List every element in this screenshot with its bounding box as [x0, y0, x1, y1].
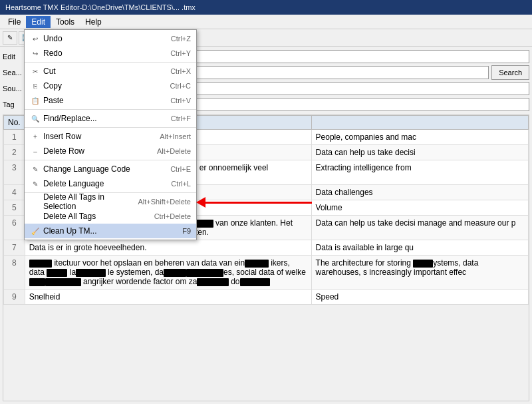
cell-en: Volume — [311, 200, 528, 216]
change-lang-icon: ✎ — [30, 166, 41, 173]
insert-row-shortcut: Alt+Insert — [160, 132, 191, 140]
toolbar-btn-1[interactable]: ✎ — [3, 31, 17, 45]
undo-icon: ↩ — [30, 35, 41, 43]
undo-shortcut: Ctrl+Z — [171, 35, 191, 43]
title-bar: Heartsome TMX Editor-D:\OneDrive\TMs\CLI… — [0, 0, 532, 15]
delete-tags-sel-label: Delete All Tags in Selection — [43, 192, 136, 211]
menu-find-replace[interactable]: 🔍 Find/Replace... Ctrl+F — [25, 111, 196, 126]
cut-icon: ✂ — [30, 68, 41, 75]
cell-en: People, companies and mac — [311, 130, 528, 145]
cleanup-shortcut: F9 — [182, 227, 191, 235]
redo-label: Redo — [43, 49, 168, 58]
delete-row-label: Delete Row — [43, 146, 154, 156]
cell-en: Data is available in large qu — [311, 240, 528, 256]
cell-nl: itectuur voor het opslaan en beheren van… — [25, 256, 311, 290]
cleanup-icon: 🧹 — [30, 228, 41, 235]
delete-all-tags-label: Delete All Tags — [43, 212, 152, 221]
redo-icon: ↪ — [30, 50, 41, 57]
menu-insert-row[interactable]: + Insert Row Alt+Insert — [25, 129, 196, 144]
menu-undo[interactable]: ↩ Undo Ctrl+Z — [25, 31, 196, 46]
cell-num: 8 — [4, 256, 25, 290]
change-lang-label: Change Language Code — [43, 164, 168, 174]
tags-section: Delete All Tags in Selection Alt+Shift+D… — [25, 193, 196, 240]
find-replace-shortcut: Ctrl+F — [171, 114, 191, 122]
delete-lang-shortcut: Ctrl+L — [171, 180, 191, 188]
cell-en: Extracting intelligence from — [311, 160, 528, 185]
clipboard-section: ✂ Cut Ctrl+X ⎘ Copy Ctrl+C 📋 Paste Ctrl+… — [25, 63, 196, 110]
delete-row-shortcut: Alt+Delete — [157, 147, 191, 155]
menu-cut[interactable]: ✂ Cut Ctrl+X — [25, 64, 196, 79]
menu-delete-all-tags[interactable]: Delete All Tags Ctrl+Delete — [25, 209, 196, 224]
menu-file[interactable]: File — [3, 16, 26, 28]
red-arrow-indicator — [196, 197, 312, 208]
menu-delete-tags-selection[interactable]: Delete All Tags in Selection Alt+Shift+D… — [25, 194, 196, 209]
insert-row-label: Insert Row — [43, 132, 157, 141]
undo-label: Undo — [43, 34, 168, 43]
delete-tags-sel-shortcut: Alt+Shift+Delete — [138, 198, 192, 206]
arrow-head — [196, 197, 205, 208]
col-en — [311, 116, 528, 130]
undo-redo-section: ↩ Undo Ctrl+Z ↪ Redo Ctrl+Y — [25, 30, 196, 63]
menu-cleanup-tm[interactable]: 🧹 Clean Up TM... F9 — [25, 224, 196, 238]
cell-num: 4 — [4, 185, 25, 200]
title-text: Heartsome TMX Editor-D:\OneDrive\TMs\CLI… — [5, 3, 196, 11]
cell-num: 3 — [4, 160, 25, 185]
row-section: + Insert Row Alt+Insert – Delete Row Alt… — [25, 128, 196, 160]
cell-num: 7 — [4, 240, 25, 256]
menu-edit[interactable]: Edit — [26, 16, 51, 28]
menu-redo[interactable]: ↪ Redo Ctrl+Y — [25, 46, 196, 61]
cleanup-label: Clean Up TM... — [43, 226, 180, 236]
find-icon: 🔍 — [30, 115, 41, 122]
menu-change-lang[interactable]: ✎ Change Language Code Ctrl+E — [25, 162, 196, 176]
col-no: No. — [4, 116, 25, 130]
insert-row-icon: + — [30, 133, 41, 140]
delete-lang-icon: ✎ — [30, 180, 41, 188]
table-row[interactable]: 9SnelheidSpeed — [4, 290, 529, 305]
cell-en: The architecture for storing ystems, dat… — [311, 256, 528, 290]
paste-label: Paste — [43, 96, 168, 105]
cell-nl: Data is er in grote hoeveelheden. — [25, 240, 311, 256]
language-section: ✎ Change Language Code Ctrl+E ✎ Delete L… — [25, 160, 196, 193]
change-lang-shortcut: Ctrl+E — [170, 165, 191, 173]
find-replace-label: Find/Replace... — [43, 114, 168, 123]
copy-icon: ⎘ — [30, 83, 41, 90]
paste-shortcut: Ctrl+V — [170, 97, 191, 104]
copy-shortcut: Ctrl+C — [170, 82, 191, 90]
edit-dropdown-menu: ↩ Undo Ctrl+Z ↪ Redo Ctrl+Y ✂ Cut Ctrl+X… — [24, 29, 197, 240]
menu-paste[interactable]: 📋 Paste Ctrl+V — [25, 93, 196, 108]
table-row[interactable]: 8 itectuur voor het opslaan en beheren v… — [4, 256, 529, 290]
delete-all-tags-shortcut: Ctrl+Delete — [154, 212, 191, 220]
cell-num: 9 — [4, 290, 25, 305]
delete-row-icon: – — [30, 148, 41, 155]
menu-tools[interactable]: Tools — [51, 16, 80, 28]
cell-en: Data challenges — [311, 185, 528, 200]
copy-label: Copy — [43, 81, 168, 91]
redo-shortcut: Ctrl+Y — [170, 49, 191, 57]
cut-shortcut: Ctrl+X — [170, 67, 191, 75]
search-button[interactable]: Search — [491, 65, 529, 80]
cell-en: Data can help us take decisi — [311, 145, 528, 160]
menu-delete-row[interactable]: – Delete Row Alt+Delete — [25, 144, 196, 158]
cell-num: 2 — [4, 145, 25, 160]
cell-num: 5 — [4, 200, 25, 216]
menu-bar: File Edit Tools Help — [0, 15, 532, 29]
menu-delete-lang[interactable]: ✎ Delete Language Ctrl+L — [25, 176, 196, 191]
menu-help[interactable]: Help — [80, 16, 107, 28]
table-row[interactable]: 7Data is er in grote hoeveelheden.Data i… — [4, 240, 529, 256]
cell-num: 1 — [4, 130, 25, 145]
paste-icon: 📋 — [30, 97, 41, 104]
cell-en: Data can help us take decisi manage and … — [311, 216, 528, 240]
find-section: 🔍 Find/Replace... Ctrl+F — [25, 110, 196, 128]
cell-nl: Snelheid — [25, 290, 311, 305]
cell-num: 6 — [4, 216, 25, 240]
cell-en: Speed — [311, 290, 528, 305]
cut-label: Cut — [43, 67, 168, 76]
delete-lang-label: Delete Language — [43, 179, 168, 188]
menu-copy[interactable]: ⎘ Copy Ctrl+C — [25, 79, 196, 93]
arrow-line — [205, 202, 312, 204]
